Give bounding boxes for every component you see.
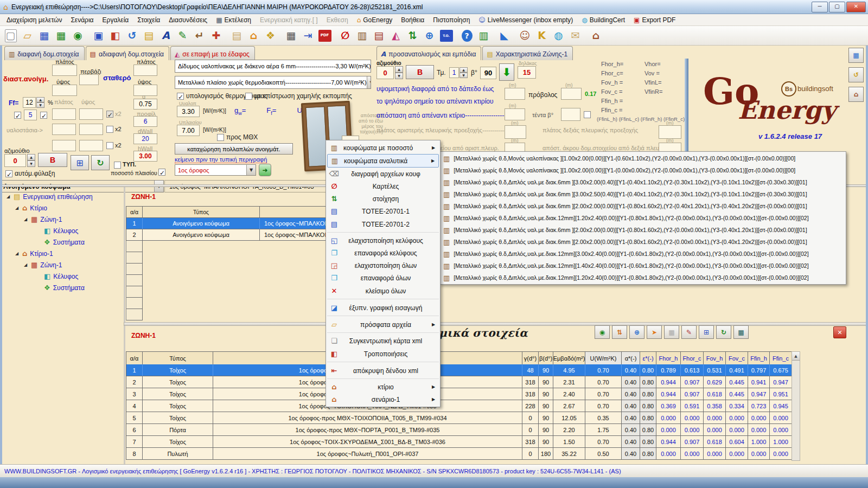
column-header[interactable]: γ(d°) — [522, 352, 539, 365]
totee-export-icon[interactable]: ⇥ — [299, 28, 316, 44]
azimuth-field[interactable]: 0 — [376, 66, 394, 79]
low-e-checkbox[interactable] — [245, 93, 252, 100]
submenu-item[interactable]: ▥ [Μεταλλικό χωρίς θ.δ,Μονός υαλοπίνακας… — [441, 164, 845, 176]
context-menu-item[interactable]: ∅ Καρτέλες — [327, 180, 439, 192]
close-button[interactable]: ✕ — [846, 2, 866, 12]
tree-item[interactable]: ◢ ⌂ Κτίριο — [2, 202, 123, 214]
column-header[interactable]: Fhor_h — [656, 352, 681, 365]
column-header[interactable]: α/α — [126, 207, 143, 218]
opposite-building-field[interactable] — [505, 108, 525, 120]
context-menu-item[interactable]: ✕ κλείσιμο όλων — [327, 284, 439, 299]
chart-icon[interactable]: ◭ — [387, 28, 404, 44]
minimize-button[interactable]: ─ — [812, 2, 828, 12]
u-frame-field[interactable]: 7.00 — [177, 125, 200, 136]
maximize-button[interactable]: ▢ — [829, 2, 845, 12]
run-orb-icon[interactable]: ◉ — [595, 325, 610, 339]
element-row[interactable]: 1 Τοίχος 1ος όροφος~ΤΟΙΧΟΠΟΙΙΑ_Τ001_ΒΔ-Β… — [126, 364, 792, 376]
hwall-field[interactable]: 3.00 — [133, 151, 157, 162]
save-as-icon[interactable]: ▦ — [53, 28, 69, 44]
tab-zone-characteristics[interactable]: ▤ Χαρακτηριστικά Ζώνης-1 — [482, 46, 573, 60]
before-text-link[interactable]: κείμενο πριν την τυπική περιγραφή — [175, 156, 267, 163]
element-row[interactable]: 7 Τοίχος 1ος όροφος~ΤΟΙΧ-ΣΚΥΡΟΔΕΜΑ_Σ001_… — [126, 436, 792, 448]
element-row[interactable]: 3 Τοίχος 1ος όροφος~ΤΟΙΧΟΠΟΙΙΑ_Τ003_ΒΔ-Β… — [126, 388, 792, 400]
context-menu-item[interactable]: ◲ ελαχιστοποίηση όλων — [327, 259, 439, 272]
g-field[interactable]: 0.75 — [133, 99, 157, 110]
awning-checkbox[interactable] — [584, 111, 591, 118]
submenu-item[interactable]: ▥ [Μεταλλικό χωρίς θ.δ,Διπλός υαλ.με δια… — [441, 224, 845, 236]
context-menu-item[interactable]: ⇤ απόκρυψη δένδου xml — [327, 364, 439, 379]
apply-down-button[interactable]: ⬇ — [499, 63, 514, 81]
fixed-width-field[interactable] — [133, 65, 157, 76]
opening-height-field[interactable] — [52, 85, 77, 96]
context-menu-item[interactable]: ⌂ κτίριο ▶ — [327, 381, 439, 393]
forbidden-icon[interactable]: ∅ — [337, 28, 354, 44]
save-disabled-icon[interactable]: ▦ — [664, 325, 679, 339]
open-folder-icon[interactable]: ▱ — [19, 28, 36, 44]
dwall-field[interactable]: 20 — [133, 133, 157, 144]
user-icon[interactable]: ☺ — [516, 28, 533, 44]
context-menu-item[interactable]: ⇅ στοίχηση — [327, 192, 439, 205]
sill-field[interactable] — [79, 74, 99, 85]
orientation-b-button[interactable]: B — [406, 65, 434, 79]
autosave-checkbox[interactable] — [5, 170, 12, 177]
menu-item[interactable]: ⌂ GoEnergy — [353, 15, 397, 25]
undo-gold-icon[interactable]: ↺ — [848, 67, 864, 82]
submenu-item[interactable]: ▥ [Μεταλλικό χωρίς θ.δ,Διπλός,υαλ.με.δια… — [441, 248, 845, 260]
window-frame-icon[interactable]: ▥ — [354, 28, 371, 44]
pointer-icon[interactable]: ➤ — [647, 325, 662, 339]
azimuth-stepper[interactable]: ▲▼ — [27, 154, 35, 167]
search-icon[interactable]: ⊕ — [629, 325, 644, 339]
thermal-bridge-checkbox[interactable] — [177, 93, 184, 100]
close-panel-button[interactable]: ✕ — [833, 326, 846, 338]
tree-item[interactable]: ◧ Κέλυφος — [2, 271, 123, 282]
submenu-item[interactable]: ▥ [Μεταλλικό χωρίς θ.δ,Διπλός,υαλ.με.δια… — [441, 272, 845, 284]
context-menu-item[interactable]: ▤ ΤΟΤΕΕ-20701-1 — [327, 205, 439, 217]
submenu-item[interactable]: ▥ [Μεταλλικό χωρίς θ.δ,Διπλός υαλ.με δια… — [441, 236, 845, 248]
table-scrollbar[interactable]: ▲ — [792, 351, 800, 461]
submenu-item[interactable]: ▥ [Μεταλλικό χωρίς θ.δ,Διπλός υαλ.με δια… — [441, 176, 845, 188]
submenu-item[interactable]: ▥ [Μεταλλικό χωρίς θ.δ,Διπλός υαλ.με δια… — [441, 188, 845, 200]
azimuth-field[interactable]: 0 — [4, 154, 26, 167]
context-menu-item[interactable]: ▥ κουφώματα αναλυτικά ▶ — [327, 154, 439, 168]
brick-wall-icon[interactable]: ▤ — [371, 28, 387, 44]
context-menu-item[interactable]: ▱ πρόσφατα αρχεία ▶ — [327, 318, 439, 333]
menu-item[interactable]: Ενεργειακή κατηγ.[ ] — [256, 15, 322, 25]
typ-checkbox[interactable] — [114, 162, 121, 169]
right-projection-field[interactable] — [659, 125, 681, 139]
new-file-icon[interactable]: ▢ — [2, 28, 19, 44]
pane3-width-field[interactable] — [52, 140, 76, 151]
glass-left-checkbox[interactable] — [14, 112, 21, 119]
tm-stepper[interactable]: ▲▼ — [459, 67, 468, 78]
pane2-x2-checkbox[interactable] — [106, 126, 113, 133]
context-menu-item[interactable]: ◱ ελαχιστοποίηση κελύφους — [327, 234, 439, 247]
tree-add-button[interactable]: ⊞ — [71, 155, 89, 170]
column-header[interactable]: Τύπος — [143, 207, 260, 218]
awning-field[interactable] — [561, 108, 580, 121]
palette-icon[interactable]: ▤ — [141, 28, 157, 44]
home-icon[interactable]: ⌂ — [245, 28, 262, 44]
align-icon[interactable]: ⇅ — [612, 325, 627, 339]
help-icon[interactable]: ? — [458, 28, 475, 44]
expander-icon[interactable]: ◢ — [24, 262, 31, 267]
search-icon[interactable]: ⊕ — [421, 28, 438, 44]
menu-item[interactable]: ▣ Export PDF — [629, 15, 680, 25]
pane3-x2-checkbox[interactable] — [106, 142, 113, 149]
submenu-item[interactable]: ▥ [Μεταλλικό χωρίς θ.δ,Διπλός,υαλ.με.δια… — [441, 212, 845, 224]
add-component-icon[interactable]: ▣ — [90, 28, 107, 44]
context-menu-item[interactable]: ⌂ σενάριο-1 ▶ — [327, 393, 439, 406]
undo-icon[interactable]: ↺ — [124, 28, 141, 44]
ff-field[interactable]: 12 — [23, 97, 36, 108]
height-diff-field[interactable] — [505, 88, 525, 100]
column-header[interactable]: Τύπος — [143, 352, 213, 365]
profile-field[interactable]: 6 — [133, 116, 157, 127]
context-menu-item[interactable]: ▤ ΤΟΤΕΕ-20701-2 — [327, 217, 439, 233]
pane1-x2-checkbox[interactable] — [106, 111, 113, 118]
dilakas-field[interactable]: 15 — [518, 66, 536, 79]
tab-opaque-elements[interactable]: ▤ αδιαφανή δομ.στοιχεία — [86, 46, 169, 60]
column-header[interactable]: ε*(-) — [640, 352, 656, 365]
tree-item[interactable]: ◢ ▦ Ζώνη-1 — [2, 259, 123, 271]
left-projection-field[interactable] — [505, 125, 526, 139]
overhang-field[interactable] — [561, 88, 582, 100]
context-menu-item[interactable]: ⌫ διαγραφή αρχείων κουφ — [327, 168, 439, 180]
pane1-width-field[interactable] — [52, 108, 76, 120]
